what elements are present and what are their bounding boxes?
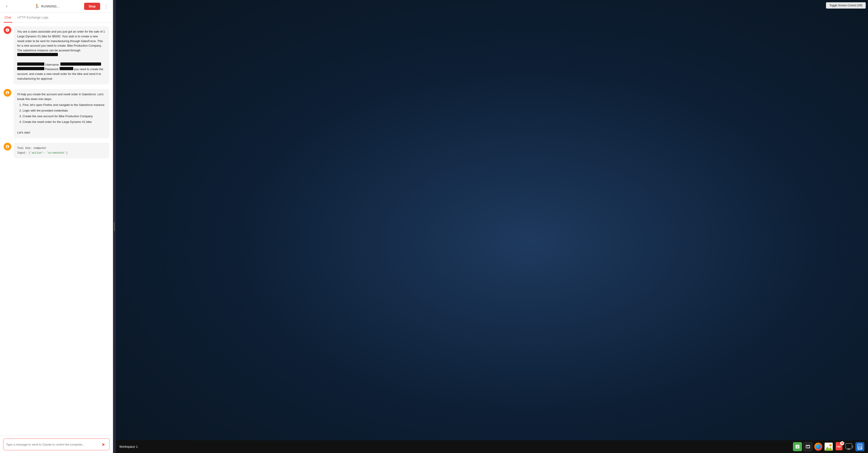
svg-rect-6 xyxy=(846,444,852,449)
redacted-username xyxy=(60,62,101,66)
toggle-screen-control-button[interactable]: Toggle Screen Control (Off) xyxy=(826,2,866,8)
more-options-button[interactable]: ⋮ xyxy=(103,3,109,9)
taskbar-spreadsheet-icon[interactable] xyxy=(793,442,802,451)
svg-rect-8 xyxy=(847,449,850,450)
svg-rect-16 xyxy=(860,447,860,448)
tab-http-exchange-logs[interactable]: HTTP Exchange Logs xyxy=(17,13,50,23)
input-value: {'action': 'screenshot'} xyxy=(29,151,68,154)
tool-use-bubble: Tool Use: computer Input: {'action': 'sc… xyxy=(13,143,109,159)
tab-bar: Chat HTTP Exchange Logs xyxy=(0,13,113,23)
taskbar-pdf-icon[interactable]: PDF ✕ xyxy=(835,442,844,451)
top-bar: ‹ 🏃 RUNNING... Stop ⋮ xyxy=(0,0,113,13)
splitter-handle xyxy=(114,222,115,231)
tool-label: Tool Use: computer xyxy=(17,147,46,150)
agent-steps-list: First, let's open Firefox and navigate t… xyxy=(23,103,105,124)
taskbar-firefox-icon[interactable] xyxy=(814,442,823,451)
message-input[interactable] xyxy=(6,443,98,446)
svg-text:PDF: PDF xyxy=(837,446,841,448)
list-item: First, let's open Firefox and navigate t… xyxy=(23,103,105,108)
svg-rect-15 xyxy=(858,447,859,448)
user-message: You are a sales associate and you just g… xyxy=(4,26,109,84)
back-button[interactable]: ‹ xyxy=(4,3,10,9)
taskbar: Workspace 1 xyxy=(116,440,868,453)
taskbar-calculator-icon[interactable] xyxy=(855,442,864,451)
redacted-pre-password xyxy=(17,67,44,70)
panel-splitter[interactable] xyxy=(113,0,116,453)
taskbar-icons: PDF ✕ xyxy=(793,442,864,451)
svg-point-2 xyxy=(829,444,832,447)
agent-outro: Let's start: xyxy=(17,131,31,134)
taskbar-photos-icon[interactable] xyxy=(824,442,833,451)
list-item: Login with the provided credentials xyxy=(23,108,105,113)
agent-message: I'll help you create the account and res… xyxy=(4,89,109,138)
desktop-area[interactable]: Toggle Screen Control (Off) xyxy=(116,0,868,440)
agent-intro: I'll help you create the account and res… xyxy=(17,92,103,101)
svg-rect-11 xyxy=(858,445,862,446)
user-message-bubble: You are a sales associate and you just g… xyxy=(13,26,109,84)
svg-rect-17 xyxy=(861,447,862,449)
messages-area: You are a sales associate and you just g… xyxy=(0,23,113,435)
redacted-password xyxy=(60,67,73,70)
input-label: Input: xyxy=(17,151,27,154)
input-area: ➤ xyxy=(0,435,113,453)
svg-rect-18 xyxy=(858,449,859,449)
stop-button[interactable]: Stop xyxy=(84,3,100,10)
svg-rect-19 xyxy=(860,449,860,449)
user-avatar xyxy=(4,26,11,34)
running-text: RUNNING... xyxy=(41,4,60,8)
agent-avatar xyxy=(4,89,11,96)
agent-message-bubble: I'll help you create the account and res… xyxy=(13,89,109,138)
svg-rect-14 xyxy=(861,446,862,447)
input-wrapper: ➤ xyxy=(3,438,110,450)
left-panel: ‹ 🏃 RUNNING... Stop ⋮ Chat HTTP Exchange… xyxy=(0,0,113,453)
redacted-pre-username xyxy=(17,62,44,66)
workspace-label: Workspace 1 xyxy=(119,445,793,449)
svg-rect-7 xyxy=(848,449,850,449)
running-indicator: 🏃 RUNNING... xyxy=(13,4,81,9)
right-panel: Toggle Screen Control (Off) Workspace 1 xyxy=(116,0,868,453)
taskbar-screen-icon[interactable] xyxy=(845,442,854,451)
running-icon: 🏃 xyxy=(34,4,39,9)
taskbar-terminal-icon[interactable] xyxy=(803,442,812,451)
redacted-url xyxy=(17,53,58,56)
tab-chat[interactable]: Chat xyxy=(4,13,12,23)
list-item: Create the resell order for the Large Dy… xyxy=(23,120,105,124)
agent-tool-avatar xyxy=(4,143,11,150)
agent-tool-message: Tool Use: computer Input: {'action': 'sc… xyxy=(4,143,109,159)
svg-marker-9 xyxy=(852,445,854,448)
svg-rect-13 xyxy=(860,446,860,447)
send-button[interactable]: ➤ xyxy=(100,441,107,448)
list-item: Create the new account for Bike Producti… xyxy=(23,114,105,119)
svg-rect-12 xyxy=(858,446,859,447)
